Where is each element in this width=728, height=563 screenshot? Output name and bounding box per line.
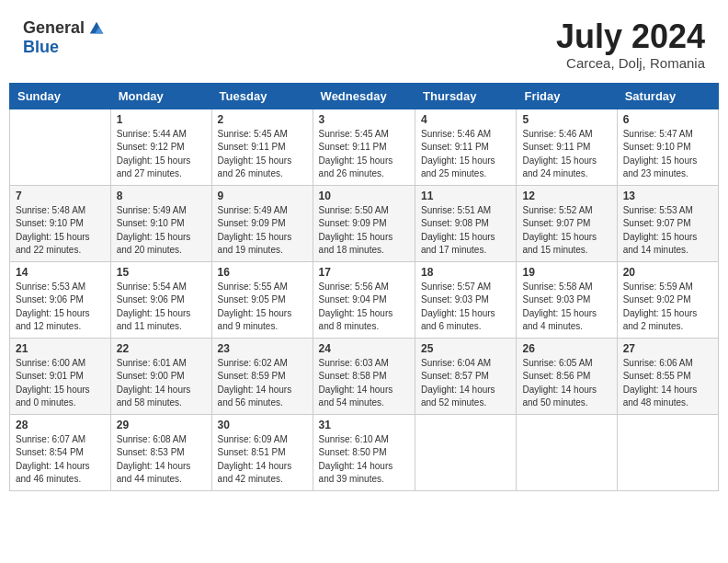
calendar-cell: 17Sunrise: 5:56 AMSunset: 9:04 PMDayligh… xyxy=(313,261,415,338)
title-block: July 2024 Carcea, Dolj, Romania xyxy=(556,18,705,71)
calendar-cell: 2Sunrise: 5:45 AMSunset: 9:11 PMDaylight… xyxy=(211,109,313,185)
calendar-cell: 28Sunrise: 6:07 AMSunset: 8:54 PMDayligh… xyxy=(10,414,111,490)
day-info: Sunrise: 5:49 AMSunset: 9:10 PMDaylight:… xyxy=(117,204,206,258)
day-info: Sunrise: 5:53 AMSunset: 9:06 PMDaylight:… xyxy=(16,281,105,334)
day-info: Sunrise: 6:02 AMSunset: 8:59 PMDaylight:… xyxy=(218,357,307,410)
logo-general-text: General xyxy=(23,18,85,38)
calendar-cell: 8Sunrise: 5:49 AMSunset: 9:10 PMDaylight… xyxy=(110,185,211,261)
day-of-week-tuesday: Tuesday xyxy=(211,83,313,109)
calendar-cell: 15Sunrise: 5:54 AMSunset: 9:06 PMDayligh… xyxy=(110,261,211,338)
day-number: 1 xyxy=(117,113,206,126)
calendar-cell: 27Sunrise: 6:06 AMSunset: 8:55 PMDayligh… xyxy=(617,338,718,414)
calendar-cell: 21Sunrise: 6:00 AMSunset: 9:01 PMDayligh… xyxy=(10,338,111,414)
day-info: Sunrise: 6:10 AMSunset: 8:50 PMDaylight:… xyxy=(319,433,409,487)
day-number: 27 xyxy=(623,342,712,355)
day-of-week-monday: Monday xyxy=(110,83,211,109)
day-info: Sunrise: 6:08 AMSunset: 8:53 PMDaylight:… xyxy=(117,433,206,487)
day-number: 18 xyxy=(421,266,510,279)
day-number: 30 xyxy=(218,419,307,431)
logo: General Blue xyxy=(23,18,105,57)
calendar-cell: 6Sunrise: 5:47 AMSunset: 9:10 PMDaylight… xyxy=(617,109,718,185)
day-number: 7 xyxy=(16,190,105,202)
calendar-cell: 23Sunrise: 6:02 AMSunset: 8:59 PMDayligh… xyxy=(211,338,313,414)
day-info: Sunrise: 6:06 AMSunset: 8:55 PMDaylight:… xyxy=(623,357,712,410)
day-info: Sunrise: 5:47 AMSunset: 9:10 PMDaylight:… xyxy=(623,128,712,181)
day-number: 5 xyxy=(522,113,610,126)
page-header: General Blue July 2024 Carcea, Dolj, Rom… xyxy=(9,9,719,75)
calendar-cell: 10Sunrise: 5:50 AMSunset: 9:09 PMDayligh… xyxy=(313,185,415,261)
day-info: Sunrise: 6:07 AMSunset: 8:54 PMDaylight:… xyxy=(16,433,105,487)
day-info: Sunrise: 5:55 AMSunset: 9:05 PMDaylight:… xyxy=(218,281,307,334)
day-number: 9 xyxy=(218,190,307,202)
calendar-cell: 30Sunrise: 6:09 AMSunset: 8:51 PMDayligh… xyxy=(211,414,313,490)
logo-icon xyxy=(88,20,105,37)
day-of-week-sunday: Sunday xyxy=(10,83,111,109)
calendar-cell: 25Sunrise: 6:04 AMSunset: 8:57 PMDayligh… xyxy=(415,338,517,414)
day-info: Sunrise: 5:46 AMSunset: 9:11 PMDaylight:… xyxy=(421,128,510,181)
day-number: 2 xyxy=(218,113,307,126)
day-number: 23 xyxy=(218,342,307,355)
day-info: Sunrise: 5:45 AMSunset: 9:11 PMDaylight:… xyxy=(218,128,307,181)
calendar-week-4: 21Sunrise: 6:00 AMSunset: 9:01 PMDayligh… xyxy=(10,338,719,414)
day-info: Sunrise: 5:57 AMSunset: 9:03 PMDaylight:… xyxy=(421,281,510,334)
day-info: Sunrise: 5:56 AMSunset: 9:04 PMDaylight:… xyxy=(319,281,409,334)
day-of-week-friday: Friday xyxy=(517,83,617,109)
day-number: 15 xyxy=(117,266,206,279)
day-info: Sunrise: 6:05 AMSunset: 8:56 PMDaylight:… xyxy=(522,357,610,410)
calendar-cell: 13Sunrise: 5:53 AMSunset: 9:07 PMDayligh… xyxy=(617,185,718,261)
calendar-cell: 29Sunrise: 6:08 AMSunset: 8:53 PMDayligh… xyxy=(110,414,211,490)
day-of-week-saturday: Saturday xyxy=(617,83,718,109)
day-number: 21 xyxy=(16,342,105,355)
day-info: Sunrise: 5:44 AMSunset: 9:12 PMDaylight:… xyxy=(117,128,206,181)
calendar-cell xyxy=(517,414,617,490)
day-number: 31 xyxy=(319,419,409,431)
month-year-title: July 2024 xyxy=(556,18,705,55)
day-info: Sunrise: 5:51 AMSunset: 9:08 PMDaylight:… xyxy=(421,204,510,258)
day-info: Sunrise: 5:49 AMSunset: 9:09 PMDaylight:… xyxy=(218,204,307,258)
day-info: Sunrise: 5:48 AMSunset: 9:10 PMDaylight:… xyxy=(16,204,105,258)
calendar-cell: 19Sunrise: 5:58 AMSunset: 9:03 PMDayligh… xyxy=(517,261,617,338)
day-number: 12 xyxy=(522,190,610,202)
calendar-cell: 7Sunrise: 5:48 AMSunset: 9:10 PMDaylight… xyxy=(10,185,111,261)
day-of-week-wednesday: Wednesday xyxy=(313,83,415,109)
calendar-cell xyxy=(617,414,718,490)
day-number: 28 xyxy=(16,419,105,431)
day-info: Sunrise: 6:01 AMSunset: 9:00 PMDaylight:… xyxy=(117,357,206,410)
location-subtitle: Carcea, Dolj, Romania xyxy=(556,55,705,71)
day-number: 19 xyxy=(522,266,610,279)
calendar-cell xyxy=(10,109,111,185)
day-info: Sunrise: 5:54 AMSunset: 9:06 PMDaylight:… xyxy=(117,281,206,334)
logo-blue-text: Blue xyxy=(23,38,59,57)
calendar-cell: 26Sunrise: 6:05 AMSunset: 8:56 PMDayligh… xyxy=(517,338,617,414)
day-info: Sunrise: 6:09 AMSunset: 8:51 PMDaylight:… xyxy=(218,433,307,487)
day-number: 13 xyxy=(623,190,712,202)
day-info: Sunrise: 5:45 AMSunset: 9:11 PMDaylight:… xyxy=(319,128,409,181)
calendar-cell: 16Sunrise: 5:55 AMSunset: 9:05 PMDayligh… xyxy=(211,261,313,338)
day-number: 10 xyxy=(319,190,409,202)
calendar-cell: 4Sunrise: 5:46 AMSunset: 9:11 PMDaylight… xyxy=(415,109,517,185)
day-info: Sunrise: 5:52 AMSunset: 9:07 PMDaylight:… xyxy=(522,204,610,258)
day-number: 29 xyxy=(117,419,206,431)
day-info: Sunrise: 5:53 AMSunset: 9:07 PMDaylight:… xyxy=(623,204,712,258)
day-number: 22 xyxy=(117,342,206,355)
day-number: 20 xyxy=(623,266,712,279)
day-number: 11 xyxy=(421,190,510,202)
day-info: Sunrise: 5:58 AMSunset: 9:03 PMDaylight:… xyxy=(522,281,610,334)
calendar-cell: 1Sunrise: 5:44 AMSunset: 9:12 PMDaylight… xyxy=(110,109,211,185)
calendar-week-3: 14Sunrise: 5:53 AMSunset: 9:06 PMDayligh… xyxy=(10,261,719,338)
day-number: 17 xyxy=(319,266,409,279)
calendar-header-row: SundayMondayTuesdayWednesdayThursdayFrid… xyxy=(10,83,719,109)
calendar-cell: 22Sunrise: 6:01 AMSunset: 9:00 PMDayligh… xyxy=(110,338,211,414)
calendar-cell: 18Sunrise: 5:57 AMSunset: 9:03 PMDayligh… xyxy=(415,261,517,338)
calendar-cell: 9Sunrise: 5:49 AMSunset: 9:09 PMDaylight… xyxy=(211,185,313,261)
day-number: 24 xyxy=(319,342,409,355)
calendar-cell: 14Sunrise: 5:53 AMSunset: 9:06 PMDayligh… xyxy=(10,261,111,338)
day-number: 14 xyxy=(16,266,105,279)
calendar-cell: 11Sunrise: 5:51 AMSunset: 9:08 PMDayligh… xyxy=(415,185,517,261)
calendar-cell: 5Sunrise: 5:46 AMSunset: 9:11 PMDaylight… xyxy=(517,109,617,185)
calendar-table: SundayMondayTuesdayWednesdayThursdayFrid… xyxy=(9,83,719,491)
day-of-week-thursday: Thursday xyxy=(415,83,517,109)
day-info: Sunrise: 5:59 AMSunset: 9:02 PMDaylight:… xyxy=(623,281,712,334)
calendar-cell xyxy=(415,414,517,490)
day-number: 16 xyxy=(218,266,307,279)
